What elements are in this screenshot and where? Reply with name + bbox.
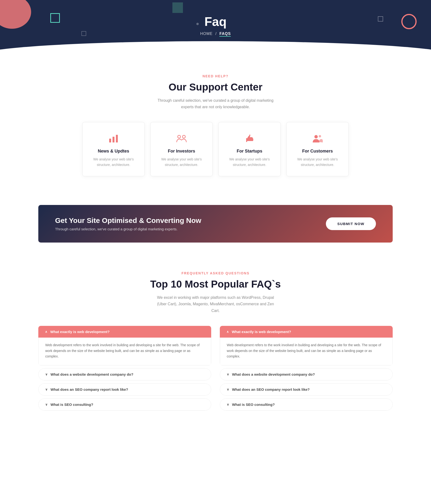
deco-dot [196, 23, 199, 25]
breadcrumb-home[interactable]: HOME [200, 32, 213, 36]
deco-square-outline-right [378, 16, 383, 22]
faq-section: FREQUENTLY ASKED QUESTIONS Top 10 Most P… [0, 257, 431, 433]
cta-heading: Get Your Site Optimised & Converting Now [55, 216, 326, 225]
faq-col-left: ∧What exactly is web development?Web dev… [38, 326, 211, 414]
card-investors-title: For Investors [157, 149, 206, 154]
cards-row: News & Updtes We analyse your web site's… [38, 122, 393, 176]
faq-chevron-icon: ∨ [227, 403, 229, 406]
svg-rect-1 [113, 137, 115, 143]
faq-eyebrow: FREQUENTLY ASKED QUESTIONS [38, 271, 393, 275]
deco-square-teal [50, 13, 60, 23]
breadcrumb-current: FAQS [219, 32, 231, 37]
bar-chart-icon [89, 133, 138, 144]
faq-item: ∨What is SEO consulting? [38, 398, 211, 411]
svg-rect-2 [116, 135, 118, 143]
faq-question: What exactly is web development? [50, 330, 110, 334]
thumbsup-icon [225, 133, 274, 144]
users-icon [293, 133, 342, 144]
handshake-icon [157, 133, 206, 144]
card-startups: For Startups We analyse your web site's … [218, 122, 281, 176]
faq-chevron-icon: ∨ [227, 388, 229, 391]
card-customers-title: For Customers [293, 149, 342, 154]
support-desc: Through careful selection, we've curated… [156, 97, 275, 110]
faq-header[interactable]: ∨What is SEO consulting? [220, 398, 393, 411]
faq-header[interactable]: ∧What exactly is web development? [220, 326, 393, 338]
deco-square-dark [172, 2, 183, 13]
faq-question: What does an SEO company report look lik… [232, 387, 310, 391]
faq-title: Top 10 Most Popular FAQ`s [38, 279, 393, 290]
page-title: Faq [0, 14, 431, 29]
card-news: News & Updtes We analyse your web site's… [82, 122, 145, 176]
submit-now-button[interactable]: SUBMIT NOW [326, 217, 376, 230]
faq-item: ∨What does an SEO company report look li… [220, 383, 393, 396]
faq-header[interactable]: ∨What does an SEO company report look li… [38, 383, 211, 396]
faq-question: What exactly is web development? [232, 330, 291, 334]
card-startups-title: For Startups [225, 149, 274, 154]
faq-header[interactable]: ∧What exactly is web development? [38, 326, 211, 338]
support-section: NEED HELP? Our Support Center Through ca… [0, 55, 431, 191]
card-investors: For Investors We analyse your web site's… [150, 122, 213, 176]
breadcrumb: HOME / FAQS [0, 32, 431, 36]
faq-item: ∨What does an SEO company report look li… [38, 383, 211, 396]
faq-item: ∧What exactly is web development?Web dev… [38, 326, 211, 365]
breadcrumb-separator: / [215, 32, 216, 36]
faq-chevron-icon: ∨ [45, 388, 48, 391]
faq-answer: Web development refers to the work invol… [220, 338, 393, 365]
svg-point-6 [319, 135, 321, 137]
svg-point-4 [182, 135, 185, 138]
card-news-title: News & Updtes [89, 149, 138, 154]
faq-chevron-icon: ∨ [227, 373, 229, 376]
support-eyebrow: NEED HELP? [38, 74, 393, 78]
svg-rect-0 [109, 139, 111, 143]
faq-header[interactable]: ∨What is SEO consulting? [38, 398, 211, 411]
card-news-desc: We analyse your web site's structure, ar… [89, 157, 138, 167]
faq-item: ∧What exactly is web development?Web dev… [220, 326, 393, 365]
cta-banner: Get Your Site Optimised & Converting Now… [38, 205, 393, 243]
faq-question: What does a website development company … [232, 372, 315, 376]
cta-text-block: Get Your Site Optimised & Converting Now… [55, 216, 326, 231]
faq-question: What is SEO consulting? [51, 403, 93, 406]
faq-item: ∨What does a website development company… [220, 368, 393, 380]
faq-item: ∨What is SEO consulting? [220, 398, 393, 411]
faq-question: What does a website development company … [51, 372, 133, 376]
faq-chevron-icon: ∨ [45, 373, 48, 376]
faq-header[interactable]: ∨What does a website development company… [38, 368, 211, 380]
cta-subtext: Through careful selection, we've curated… [55, 227, 326, 231]
faq-chevron-icon: ∨ [45, 403, 48, 406]
faq-question: What does an SEO company report look lik… [51, 387, 128, 391]
faq-question: What is SEO consulting? [232, 403, 275, 406]
svg-point-3 [178, 135, 180, 138]
faq-header[interactable]: ∨What does an SEO company report look li… [220, 383, 393, 396]
card-investors-desc: We analyse your web site's structure, ar… [157, 157, 206, 167]
hero-header: Faq HOME / FAQS [0, 0, 431, 55]
faq-header[interactable]: ∨What does a website development company… [220, 368, 393, 380]
support-title: Our Support Center [38, 81, 393, 93]
deco-circle-pink [401, 14, 417, 29]
faq-chevron-icon: ∧ [45, 330, 47, 333]
card-startups-desc: We analyse your web site's structure, ar… [225, 157, 274, 167]
svg-point-5 [314, 135, 318, 138]
card-customers: For Customers We analyse your web site's… [286, 122, 349, 176]
card-customers-desc: We analyse your web site's structure, ar… [293, 157, 342, 167]
deco-square-small [81, 31, 86, 36]
faq-chevron-icon: ∧ [226, 330, 229, 333]
faq-desc: We excel in working with major platforms… [156, 294, 275, 314]
faq-answer: Web development refers to the work invol… [38, 338, 211, 365]
faq-col-right: ∧What exactly is web development?Web dev… [220, 326, 393, 414]
faq-item: ∨What does a website development company… [38, 368, 211, 380]
faq-columns: ∧What exactly is web development?Web dev… [38, 326, 393, 414]
